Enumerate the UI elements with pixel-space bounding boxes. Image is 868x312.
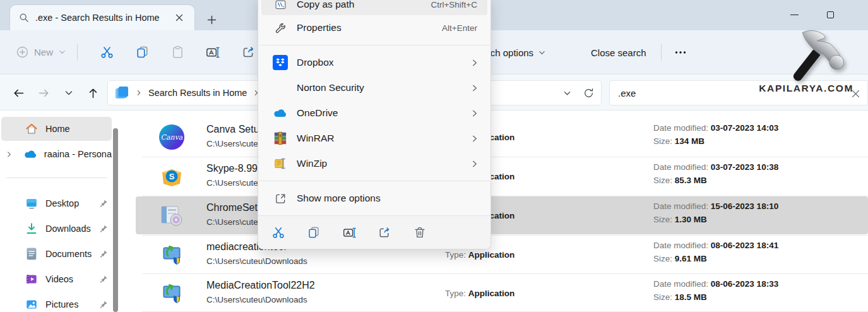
chevron-right-icon	[470, 135, 479, 143]
file-path: C:\Users\cuteu\	[206, 178, 265, 188]
chevron-down-icon	[59, 49, 66, 56]
up-button[interactable]	[82, 83, 104, 102]
size-value: 1.30 MB	[675, 215, 707, 224]
menu-item-label: WinRAR	[297, 133, 470, 144]
sidebar-item-onedrive[interactable]: raaina - Persona	[1, 142, 112, 166]
menu-item-label: OneDrive	[297, 107, 470, 119]
date-label: Date modified:	[653, 279, 708, 289]
sidebar-item-label: Downloads	[45, 224, 98, 234]
sidebar-item-home[interactable]: Home	[1, 117, 112, 141]
sidebar-item-desktop[interactable]: Desktop	[1, 191, 112, 215]
chevron-right-icon	[470, 84, 479, 92]
maximize-icon	[827, 11, 834, 18]
share-button[interactable]	[373, 221, 396, 244]
navigation-pane: Home raaina - Persona Desktop Downloads	[0, 111, 122, 312]
window-close-button[interactable]	[853, 4, 868, 25]
tab-title: .exe - Search Results in Home	[35, 13, 172, 23]
menu-item-winzip[interactable]: WinZip	[261, 151, 487, 176]
paste-button[interactable]	[160, 39, 195, 66]
menu-shortcut: Ctrl+Shift+C	[431, 0, 477, 9]
menu-item-label: WinZip	[297, 158, 470, 169]
pictures-icon	[24, 297, 39, 312]
back-button[interactable]	[8, 83, 29, 102]
tab-close-button[interactable]	[172, 10, 187, 25]
type-value: Application	[468, 250, 515, 260]
installer-box-icon	[159, 203, 184, 228]
pin-icon	[98, 300, 109, 309]
dropbox-icon	[272, 55, 288, 70]
wrench-icon	[272, 21, 288, 35]
file-path: C:\Users\cuteu\Downloads	[206, 256, 307, 266]
sidebar-item-label: raaina - Persona	[44, 149, 112, 159]
arrow-right-icon	[37, 87, 51, 100]
menu-item-label: Norton Security	[297, 82, 470, 93]
copy-button[interactable]	[124, 39, 160, 66]
copy-as-path-icon	[272, 0, 288, 11]
sidebar-item-downloads[interactable]: Downloads	[1, 217, 112, 241]
new-button[interactable]: New	[16, 46, 66, 58]
sidebar-item-documents[interactable]: Documents	[1, 242, 112, 266]
onedrive-cloud-icon	[23, 147, 38, 162]
svg-text:S: S	[169, 172, 175, 181]
cut-button[interactable]	[89, 39, 124, 66]
search-input[interactable]: .exe	[618, 88, 636, 99]
chevron-down-icon[interactable]	[563, 89, 571, 97]
file-row-canva-setup[interactable]: Canva Canva Setup C:\Users\cuteu\ Type: …	[136, 118, 868, 156]
downloads-icon	[24, 221, 39, 236]
forward-button[interactable]	[33, 83, 54, 102]
file-row-chromesetup-selected[interactable]: ChromeSetup C:\Users\cuteu\ Type: Applic…	[136, 196, 868, 234]
winzip-icon	[272, 157, 288, 171]
sidebar-item-label: Home	[45, 124, 112, 134]
rename-button[interactable]	[338, 221, 360, 244]
breadcrumb[interactable]: Search Results in Home	[148, 88, 247, 98]
file-row-mediacreationtool[interactable]: mediacreationtool C:\Users\cuteu\Downloa…	[136, 236, 868, 273]
menu-item-winrar[interactable]: WinRAR	[261, 126, 487, 151]
sidebar-item-label: Documents	[45, 249, 98, 259]
media-tool-icon	[159, 280, 184, 306]
see-more-button[interactable]	[667, 30, 694, 75]
size-label: Size:	[653, 254, 672, 263]
delete-button[interactable]	[408, 221, 431, 244]
menu-item-dropbox[interactable]: Dropbox	[261, 50, 487, 75]
chevron-right-icon[interactable]	[1, 151, 17, 158]
file-row-mediacreationtool22h2[interactable]: MediaCreationTool22H2 C:\Users\cuteu\Dow…	[136, 274, 868, 311]
toolbar-divider	[661, 44, 662, 61]
close-search-button[interactable]: Close search	[580, 30, 658, 75]
type-label: Type:	[445, 289, 466, 298]
pin-icon	[98, 199, 109, 208]
file-name: MediaCreationTool22H2	[206, 280, 315, 291]
videos-icon	[24, 272, 39, 287]
arrow-left-icon	[12, 87, 25, 100]
tab-search-results[interactable]: .exe - Search Results in Home	[10, 5, 194, 30]
size-value: 9.61 MB	[675, 254, 707, 263]
pin-icon	[98, 249, 109, 258]
media-tool-icon	[159, 242, 184, 267]
refresh-icon[interactable]	[583, 87, 595, 99]
date-value: 15-06-2023 18:10	[711, 201, 778, 211]
chevron-right-icon	[470, 109, 479, 117]
rename-button[interactable]	[195, 39, 230, 66]
date-value: 03-07-2023 10:38	[711, 162, 778, 172]
menu-item-norton-security[interactable]: Norton Security	[261, 75, 487, 100]
sidebar-item-videos[interactable]: Videos	[1, 267, 112, 291]
date-label: Date modified:	[653, 241, 708, 250]
menu-item-properties[interactable]: Properties Alt+Enter	[261, 15, 487, 40]
minimize-icon	[790, 15, 799, 15]
copy-button[interactable]	[302, 221, 325, 244]
menu-item-onedrive[interactable]: OneDrive	[261, 100, 487, 126]
menu-item-show-more-options[interactable]: Show more options	[261, 186, 487, 211]
menu-item-label: Dropbox	[297, 57, 470, 68]
date-label: Date modified:	[653, 201, 708, 211]
menu-item-copy-as-path[interactable]: Copy as path Ctrl+Shift+C	[261, 0, 487, 15]
search-folder-icon	[116, 87, 129, 99]
new-tab-button[interactable]	[203, 11, 220, 28]
paste-icon	[170, 45, 185, 59]
size-value: 85.3 MB	[675, 176, 707, 185]
sidebar-item-pictures[interactable]: Pictures	[1, 292, 112, 312]
file-row-skype[interactable]: S Skype-8.99.0 C:\Users\cuteu\ Type: App…	[136, 157, 868, 195]
window-minimize-button[interactable]	[780, 4, 808, 25]
window-maximize-button[interactable]	[816, 4, 844, 25]
cut-button[interactable]	[267, 221, 290, 244]
recent-locations-button[interactable]	[58, 83, 80, 102]
sidebar-scrollbar[interactable]	[113, 128, 118, 312]
